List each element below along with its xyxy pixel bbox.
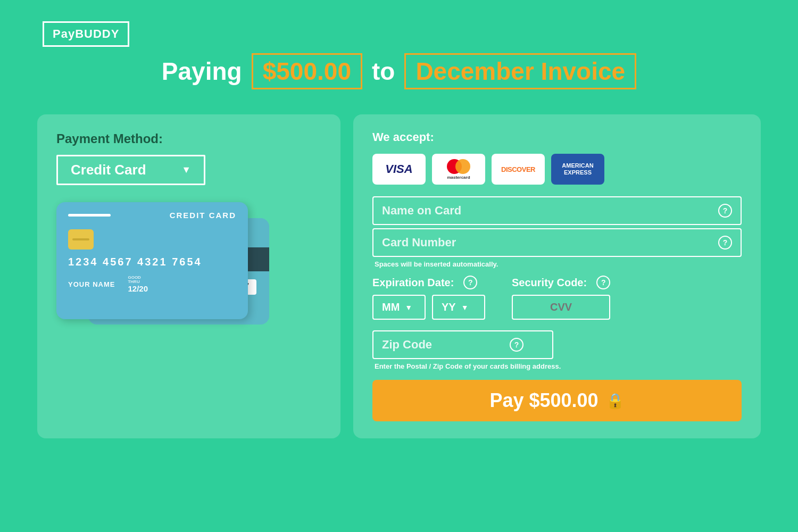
we-accept-label: We accept: [372, 130, 742, 144]
year-placeholder: YY [442, 301, 456, 313]
pay-button[interactable]: Pay $500.00 🔒 [372, 380, 742, 421]
card-chip-icon [68, 229, 94, 250]
main-panels: Payment Method: Credit Card ▼ 987 CREDIT… [37, 114, 761, 438]
zip-code-wrapper: ? [372, 330, 742, 359]
card-number-input[interactable] [382, 236, 713, 250]
card-number-display: 1234 4567 4321 7654 [68, 256, 236, 268]
expiry-selects: MM ▼ YY ▼ [372, 295, 485, 320]
amex-text: AMERICANEXPRESS [562, 162, 593, 176]
card-decorative-line [68, 214, 111, 217]
card-number-hint: Spaces will be inserted automatically. [375, 260, 742, 268]
expiry-group: Expiration Date: ? MM ▼ YY ▼ [372, 276, 485, 320]
card-name-display: YOUR NAME [68, 280, 115, 288]
logo: PayBUDDY [43, 21, 129, 47]
card-front: CREDIT CARD 1234 4567 4321 7654 YOUR NAM… [56, 202, 248, 319]
discover-text: DISCOVER [501, 165, 535, 173]
card-illustration: 987 CREDIT CARD 1234 4567 4321 7654 YOUR… [56, 202, 301, 330]
card-good-thru-label: GOODTHRU [128, 276, 148, 284]
year-select[interactable]: YY ▼ [432, 295, 485, 320]
cvv-input-box[interactable] [512, 295, 610, 320]
cvv-help-icon[interactable]: ? [596, 276, 610, 289]
accepted-cards: VISA mastercard DISCOVER AMERICANEXPRESS [372, 154, 742, 185]
name-on-card-wrapper: ? [372, 196, 742, 225]
zip-code-input[interactable] [382, 338, 499, 352]
cvv-input[interactable] [543, 301, 580, 313]
amount-display: $500.00 [252, 53, 362, 89]
month-arrow-icon: ▼ [405, 303, 412, 312]
invoice-display: December Invoice [404, 53, 636, 89]
visa-logo: VISA [372, 154, 426, 185]
pay-button-label: Pay $500.00 [489, 389, 598, 412]
expiry-help-icon[interactable]: ? [463, 276, 477, 289]
zip-code-field[interactable]: ? [372, 330, 553, 359]
cvv-group: Security Code: ? [512, 276, 610, 320]
card-front-header: CREDIT CARD [68, 211, 236, 220]
zip-help-icon[interactable]: ? [510, 338, 523, 352]
month-select[interactable]: MM ▼ [372, 295, 426, 320]
lock-icon: 🔒 [606, 392, 625, 410]
mastercard-text: mastercard [447, 175, 470, 180]
mc-circle-orange [455, 159, 470, 174]
card-expiry-group: GOODTHRU 12/20 [128, 276, 148, 293]
mastercard-logo: mastercard [432, 154, 485, 185]
dropdown-arrow-icon: ▼ [181, 164, 191, 176]
card-number-wrapper: ? Spaces will be inserted automatically. [372, 228, 742, 268]
name-on-card-field[interactable]: ? [372, 196, 742, 225]
dropdown-value: Credit Card [71, 162, 146, 178]
card-expiry-display: 12/20 [128, 284, 148, 293]
discover-logo: DISCOVER [492, 154, 545, 185]
paying-text: Paying [162, 57, 242, 86]
left-panel: Payment Method: Credit Card ▼ 987 CREDIT… [37, 114, 340, 438]
card-number-field[interactable]: ? [372, 228, 742, 257]
cvv-label: Security Code: ? [512, 276, 610, 289]
mastercard-circles [447, 159, 470, 174]
card-number-help-icon[interactable]: ? [718, 236, 732, 250]
logo-text: PayBUDDY [53, 27, 119, 40]
amex-logo: AMERICANEXPRESS [551, 154, 604, 185]
card-footer: YOUR NAME GOODTHRU 12/20 [68, 276, 236, 293]
name-on-card-input[interactable] [382, 204, 713, 218]
right-panel: We accept: VISA mastercard DISCOVER AMER… [353, 114, 761, 438]
payment-method-label: Payment Method: [56, 131, 321, 146]
expiry-label: Expiration Date: ? [372, 276, 485, 289]
card-type-label: CREDIT CARD [170, 211, 236, 220]
year-arrow-icon: ▼ [461, 303, 469, 312]
expiry-cvv-row: Expiration Date: ? MM ▼ YY ▼ Security [372, 276, 742, 320]
page-header: Paying $500.00 to December Invoice [0, 53, 798, 89]
visa-text: VISA [385, 162, 412, 176]
name-help-icon[interactable]: ? [718, 204, 732, 218]
payment-method-dropdown[interactable]: Credit Card ▼ [56, 155, 205, 185]
month-placeholder: MM [382, 301, 400, 313]
zip-hint: Enter the Postal / Zip Code of your card… [375, 362, 742, 370]
to-text: to [372, 57, 395, 86]
